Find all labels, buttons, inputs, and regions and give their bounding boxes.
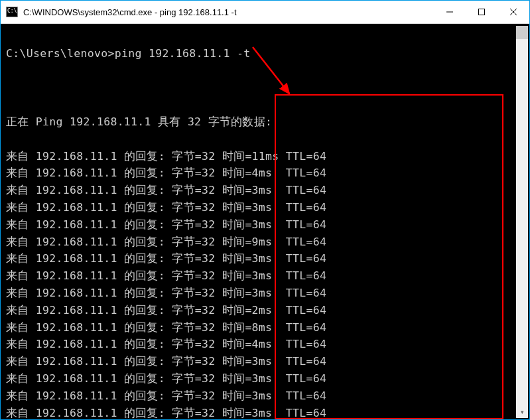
scrollbar[interactable]: ▾ [516,26,528,418]
minimize-icon [446,8,454,16]
svg-rect-1 [479,9,485,15]
ping-reply-line: 来自 192.168.11.1 的回复: 字节=32 时间=3ms TTL=64 [6,216,524,234]
close-icon [509,8,517,16]
ping-reply-line: 来自 192.168.11.1 的回复: 字节=32 时间=3ms TTL=64 [6,405,524,420]
ping-header: 正在 Ping 192.168.11.1 具有 32 字节的数据: [6,113,524,131]
ping-reply-line: 来自 192.168.11.1 的回复: 字节=32 时间=3ms TTL=64 [6,182,524,199]
minimize-button[interactable] [434,1,466,23]
window-controls [434,1,529,23]
blank-line [6,79,524,96]
scrollbar-down-button[interactable]: ▾ [516,406,528,418]
ping-reply-line: 来自 192.168.11.1 的回复: 字节=32 时间=11ms TTL=6… [6,148,524,165]
command-prompt: C:\Users\lenovo>ping 192.168.11.1 -t [6,45,524,62]
maximize-button[interactable] [466,1,497,23]
terminal-output[interactable]: C:\Users\lenovo>ping 192.168.11.1 -t 正在 … [1,24,529,419]
close-button[interactable] [497,1,529,23]
scrollbar-thumb[interactable] [516,26,528,39]
prompt: C:\Users\lenovo> [6,47,115,60]
ping-reply-line: 来自 192.168.11.1 的回复: 字节=32 时间=3ms TTL=64 [6,387,524,405]
ping-reply-line: 来自 192.168.11.1 的回复: 字节=32 时间=2ms TTL=64 [6,302,524,319]
cmd-icon [6,7,18,17]
ping-replies: 来自 192.168.11.1 的回复: 字节=32 时间=11ms TTL=6… [6,148,524,420]
ping-reply-line: 来自 192.168.11.1 的回复: 字节=32 时间=9ms TTL=64 [6,234,524,251]
ping-reply-line: 来自 192.168.11.1 的回复: 字节=32 时间=4ms TTL=64 [6,165,524,182]
cmd-window: C:\WINDOWS\system32\cmd.exe - ping 192.1… [0,0,530,420]
ping-reply-line: 来自 192.168.11.1 的回复: 字节=32 时间=4ms TTL=64 [6,336,524,353]
ping-reply-line: 来自 192.168.11.1 的回复: 字节=32 时间=3ms TTL=64 [6,353,524,370]
ping-reply-line: 来自 192.168.11.1 的回复: 字节=32 时间=3ms TTL=64 [6,267,524,285]
ping-reply-line: 来自 192.168.11.1 的回复: 字节=32 时间=3ms TTL=64 [6,285,524,302]
ping-reply-line: 来自 192.168.11.1 的回复: 字节=32 时间=3ms TTL=64 [6,370,524,387]
command-text: ping 192.168.11.1 -t [115,47,251,60]
ping-reply-line: 来自 192.168.11.1 的回复: 字节=32 时间=3ms TTL=64 [6,250,524,267]
window-title: C:\WINDOWS\system32\cmd.exe - ping 192.1… [23,7,434,17]
titlebar[interactable]: C:\WINDOWS\system32\cmd.exe - ping 192.1… [1,1,529,24]
ping-reply-line: 来自 192.168.11.1 的回复: 字节=32 时间=8ms TTL=64 [6,319,524,336]
scrollbar-track[interactable] [516,26,528,418]
maximize-icon [478,8,486,16]
ping-reply-line: 来自 192.168.11.1 的回复: 字节=32 时间=3ms TTL=64 [6,199,524,216]
